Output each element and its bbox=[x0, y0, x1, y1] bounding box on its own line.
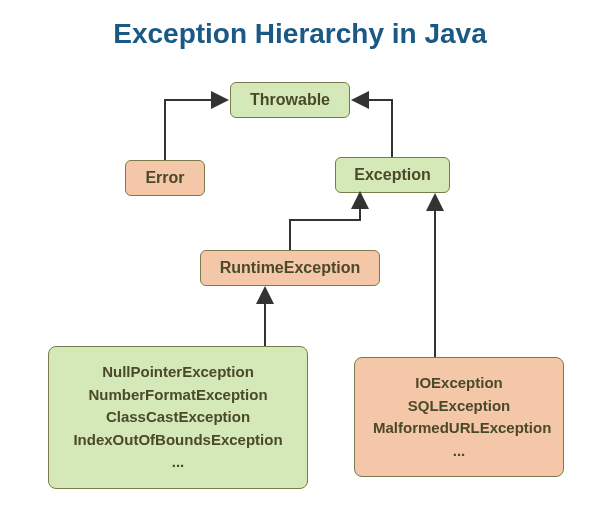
node-runtime-children: NullPointerException NumberFormatExcepti… bbox=[48, 346, 308, 489]
node-throwable-label: Throwable bbox=[250, 91, 330, 108]
node-error-label: Error bbox=[145, 169, 184, 186]
node-throwable: Throwable bbox=[230, 82, 350, 118]
runtime-child-item: ClassCastException bbox=[67, 406, 289, 429]
diagram-title: Exception Hierarchy in Java bbox=[0, 18, 600, 50]
exception-child-item: ... bbox=[373, 440, 545, 463]
runtime-child-item: IndexOutOfBoundsException bbox=[67, 429, 289, 452]
node-runtimeexception-label: RuntimeException bbox=[220, 259, 360, 276]
runtime-child-item: NullPointerException bbox=[67, 361, 289, 384]
node-exception-label: Exception bbox=[354, 166, 430, 183]
exception-child-item: SQLException bbox=[373, 395, 545, 418]
node-exception: Exception bbox=[335, 157, 450, 193]
exception-child-item: IOException bbox=[373, 372, 545, 395]
node-runtimeexception: RuntimeException bbox=[200, 250, 380, 286]
runtime-child-item: ... bbox=[67, 451, 289, 474]
node-exception-children: IOException SQLException MalformedURLExc… bbox=[354, 357, 564, 477]
runtime-child-item: NumberFormatException bbox=[67, 384, 289, 407]
exception-child-item: MalformedURLException bbox=[373, 417, 545, 440]
node-error: Error bbox=[125, 160, 205, 196]
